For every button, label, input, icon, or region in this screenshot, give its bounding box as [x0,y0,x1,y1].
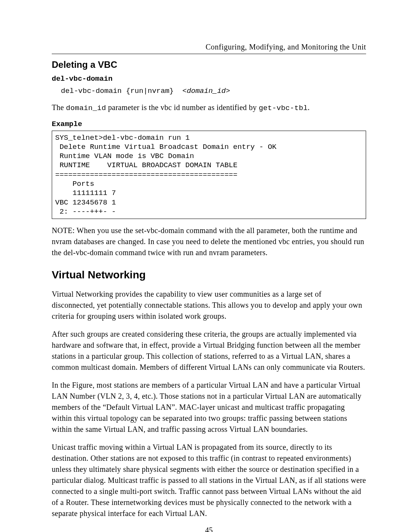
syntax-prefix: del-vbc-domain {run|nvram} < [61,87,187,95]
command-syntax: del-vbc-domain {run|nvram} <domain_id> [61,87,366,95]
vn-paragraph-2: After such groups are created considerin… [52,329,366,373]
page-number: 45 [52,526,366,532]
example-label: Example [52,120,366,128]
virtual-networking-body: Virtual Networking provides the capabili… [52,289,366,519]
running-header: Configuring, Modifying, and Monitoring t… [52,43,366,54]
desc-text-mid: parameter is the vbc id number as identi… [106,103,259,112]
desc-text-pre: The [52,103,66,112]
syntax-suffix: > [226,87,230,95]
desc-code-get-vbc-tbl: get-vbc-tbl [259,104,308,112]
desc-text-post: . [308,103,310,112]
vn-paragraph-3: In the Figure, most stations are members… [52,380,366,435]
heading-deleting-vbc: Deleting a VBC [52,59,366,70]
page-container: Configuring, Modifying, and Monitoring t… [0,0,411,532]
example-code-block: SYS_telnet>del-vbc-domain run 1 Delete R… [52,131,366,219]
syntax-variable: domain_id [187,87,226,95]
heading-del-vbc-domain: del-vbc-domain [52,75,366,83]
vn-paragraph-4: Unicast traffic moving within a Virtual … [52,442,366,519]
heading-virtual-networking: Virtual Networking [52,269,366,281]
desc-code-domain-id: domain_id [66,104,106,112]
param-description: The domain_id parameter is the vbc id nu… [52,102,366,114]
note-paragraph: NOTE: When you use the set-vbc-domain co… [52,225,366,258]
vn-paragraph-1: Virtual Networking provides the capabili… [52,289,366,322]
